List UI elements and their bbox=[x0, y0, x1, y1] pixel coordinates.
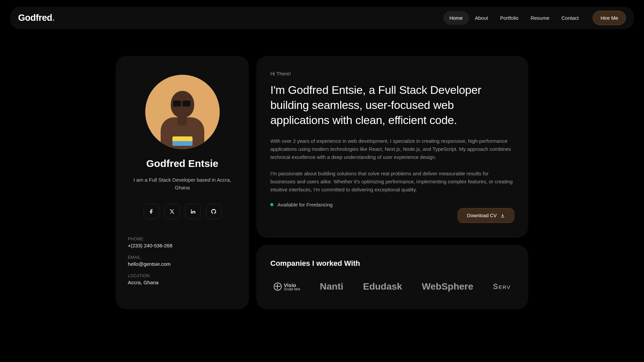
download-cv-button[interactable]: Download CV bbox=[458, 208, 514, 223]
contact-phone: PHONE: +(233) 240-536-268 bbox=[128, 237, 237, 248]
brand-name: Godfred bbox=[18, 13, 52, 23]
contact-list: PHONE: +(233) 240-536-268 EMAIL: hello@g… bbox=[128, 237, 237, 292]
top-nav: Godfred. Home About Portfolio Resume Con… bbox=[10, 7, 634, 29]
location-value: Accra, Ghana bbox=[128, 280, 237, 285]
greeting: Hi There! bbox=[270, 71, 514, 76]
status-dot-icon bbox=[270, 203, 273, 206]
company-logo-visio: Visio Sculpt labs bbox=[274, 283, 300, 291]
nav-link-portfolio[interactable]: Portfolio bbox=[494, 11, 525, 25]
nav-link-resume[interactable]: Resume bbox=[525, 11, 555, 25]
company-logo-websphere: WebSphere bbox=[422, 281, 474, 292]
company-logo-serv: Serv bbox=[493, 282, 511, 291]
facebook-icon[interactable] bbox=[144, 204, 159, 219]
avatar bbox=[145, 75, 220, 149]
x-twitter-icon[interactable] bbox=[164, 204, 180, 219]
availability-row: Available for Freelancing bbox=[270, 202, 514, 207]
profile-name: Godfred Entsie bbox=[146, 158, 218, 169]
nav-link-contact[interactable]: Contact bbox=[555, 11, 585, 25]
email-label: EMAIL: bbox=[128, 255, 237, 260]
nav-link-about[interactable]: About bbox=[469, 11, 494, 25]
headline: I'm Godfred Entsie, a Full Stack Develop… bbox=[270, 82, 514, 128]
about-para-2: I'm passionate about building solutions … bbox=[270, 170, 514, 194]
company-logo-nanti: Nanti bbox=[320, 281, 343, 292]
companies-card: Companies I worked With Visio Sculpt lab… bbox=[256, 245, 528, 309]
right-column: Hi There! I'm Godfred Entsie, a Full Sta… bbox=[256, 56, 528, 309]
about-para-1: With over 2 years of experience in web d… bbox=[270, 137, 514, 162]
globe-icon bbox=[274, 283, 282, 291]
nav-links: Home About Portfolio Resume Contact bbox=[443, 11, 585, 25]
github-icon[interactable] bbox=[206, 204, 221, 219]
email-value[interactable]: hello@gentsie.com bbox=[128, 261, 237, 267]
contact-location: LOCATION: Accra, Ghana bbox=[128, 274, 237, 285]
location-label: LOCATION: bbox=[128, 274, 237, 278]
contact-email: EMAIL: hello@gentsie.com bbox=[128, 255, 237, 267]
social-links bbox=[144, 204, 221, 219]
phone-value[interactable]: +(233) 240-536-268 bbox=[128, 243, 237, 248]
about-card: Hi There! I'm Godfred Entsie, a Full Sta… bbox=[256, 56, 528, 238]
phone-label: PHONE: bbox=[128, 237, 237, 241]
availability-text: Available for Freelancing bbox=[277, 202, 333, 207]
hire-me-button[interactable]: Hire Me bbox=[593, 11, 626, 25]
linkedin-icon[interactable] bbox=[185, 204, 201, 219]
nav-right: Home About Portfolio Resume Contact Hire… bbox=[443, 11, 626, 25]
download-cv-label: Download CV bbox=[467, 213, 497, 218]
companies-title: Companies I worked With bbox=[270, 259, 514, 268]
main-content: Godfred Entsie I am a Full Stack Develop… bbox=[116, 56, 528, 309]
profile-card: Godfred Entsie I am a Full Stack Develop… bbox=[116, 56, 249, 309]
profile-tagline: I am a Full Stack Developer based in Acc… bbox=[128, 176, 237, 192]
company-logo-row: Visio Sculpt labs Nanti Edudask WebSpher… bbox=[270, 281, 514, 292]
company-logo-edudask: Edudask bbox=[363, 281, 402, 292]
download-icon bbox=[500, 213, 505, 218]
brand-logo[interactable]: Godfred. bbox=[18, 13, 55, 23]
nav-link-home[interactable]: Home bbox=[443, 11, 469, 25]
brand-dot: . bbox=[52, 13, 55, 23]
